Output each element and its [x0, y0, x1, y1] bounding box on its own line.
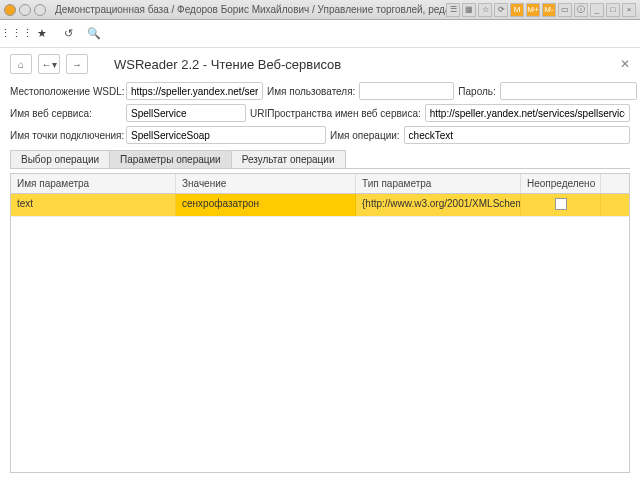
- tb-icon-calc[interactable]: ▭: [558, 3, 572, 17]
- tb-icon-2[interactable]: ▦: [462, 3, 476, 17]
- pass-input[interactable]: [500, 82, 637, 100]
- service-label: Имя веб сервиса:: [10, 108, 122, 119]
- search-icon[interactable]: 🔍: [86, 26, 102, 42]
- main-toolbar: ⋮⋮⋮ ★ ↺ 🔍: [0, 20, 640, 48]
- col-undefined[interactable]: Неопределено: [521, 174, 601, 193]
- tb-icon-3[interactable]: ☆: [478, 3, 492, 17]
- user-label: Имя пользователя:: [267, 86, 355, 97]
- endpoint-input[interactable]: [126, 126, 326, 144]
- tab-parameters[interactable]: Параметры операции: [109, 150, 232, 168]
- cell-name[interactable]: text: [11, 194, 176, 216]
- tab-result[interactable]: Результат операции: [231, 150, 346, 168]
- page-title: WSReader 2.2 - Чтение Веб-сервисов: [114, 57, 341, 72]
- nav-back-button[interactable]: ← ▾: [38, 54, 60, 74]
- history-icon[interactable]: ↺: [60, 26, 76, 42]
- window-title: Демонстрационная база / Федоров Борис Ми…: [49, 4, 446, 15]
- tb-icon-close2[interactable]: ×: [622, 3, 636, 17]
- tb-icon-m[interactable]: M: [510, 3, 524, 17]
- tabs: Выбор операции Параметры операции Резуль…: [10, 150, 630, 169]
- endpoint-label: Имя точки подключения:: [10, 130, 122, 141]
- tb-icon-1[interactable]: ☰: [446, 3, 460, 17]
- content-area: ⌂ ← ▾ → WSReader 2.2 - Чтение Веб-сервис…: [0, 48, 640, 500]
- user-input[interactable]: [359, 82, 454, 100]
- close-icon[interactable]: ✕: [620, 57, 630, 71]
- tb-icon-min2[interactable]: _: [590, 3, 604, 17]
- pass-label: Пароль:: [458, 86, 495, 97]
- checkbox-icon[interactable]: [555, 198, 567, 210]
- col-param-name[interactable]: Имя параметра: [11, 174, 176, 193]
- tb-icon-mplus[interactable]: M+: [526, 3, 540, 17]
- col-value[interactable]: Значение: [176, 174, 356, 193]
- operation-label: Имя операции:: [330, 130, 400, 141]
- wsdl-input[interactable]: [126, 82, 263, 100]
- window-close-btn[interactable]: [4, 4, 16, 16]
- nav-home-button[interactable]: ⌂: [10, 54, 32, 74]
- uri-input[interactable]: [425, 104, 630, 122]
- tb-icon-4[interactable]: ⟳: [494, 3, 508, 17]
- service-input[interactable]: [126, 104, 246, 122]
- apps-icon[interactable]: ⋮⋮⋮: [8, 26, 24, 42]
- cell-undef[interactable]: [521, 194, 601, 216]
- wsdl-label: Местоположение WSDL:: [10, 86, 122, 97]
- window-titlebar: Демонстрационная база / Федоров Борис Ми…: [0, 0, 640, 20]
- parameter-grid: Имя параметра Значение Тип параметра Нео…: [10, 173, 630, 473]
- nav-fwd-button[interactable]: →: [66, 54, 88, 74]
- tb-icon-max2[interactable]: □: [606, 3, 620, 17]
- tab-select-operation[interactable]: Выбор операции: [10, 150, 110, 168]
- col-type[interactable]: Тип параметра: [356, 174, 521, 193]
- table-row[interactable]: text сенхрофазатрон {http://www.w3.org/2…: [11, 194, 629, 217]
- uri-label: URIПространства имен веб сервиса:: [250, 108, 421, 119]
- window-maximize-btn[interactable]: [34, 4, 46, 16]
- cell-value[interactable]: сенхрофазатрон: [176, 194, 356, 216]
- tb-icon-info[interactable]: ⓘ: [574, 3, 588, 17]
- window-minimize-btn[interactable]: [19, 4, 31, 16]
- cell-type: {http://www.w3.org/2001/XMLSchema}string: [356, 194, 521, 216]
- operation-input[interactable]: [404, 126, 630, 144]
- star-icon[interactable]: ★: [34, 26, 50, 42]
- tb-icon-mminus[interactable]: M-: [542, 3, 556, 17]
